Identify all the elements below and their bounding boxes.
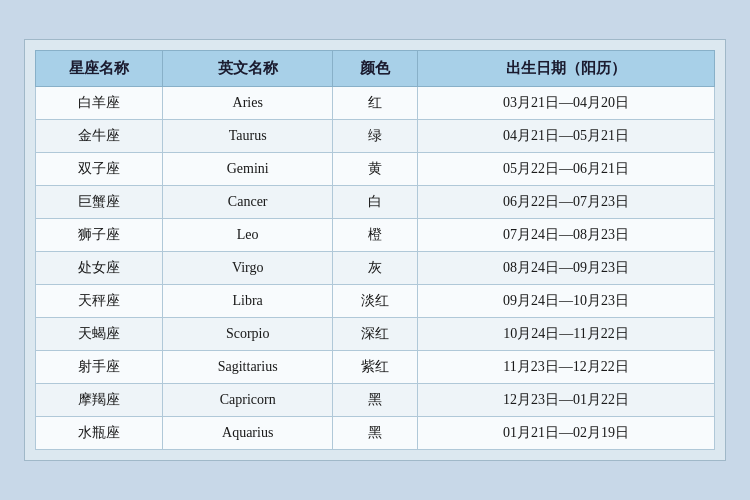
table-row: 金牛座Taurus绿04月21日—05月21日 (36, 120, 715, 153)
table-row: 双子座Gemini黄05月22日—06月21日 (36, 153, 715, 186)
cell-color: 绿 (333, 120, 418, 153)
cell-english: Taurus (163, 120, 333, 153)
cell-chinese: 处女座 (36, 252, 163, 285)
table-body: 白羊座Aries红03月21日—04月20日金牛座Taurus绿04月21日—0… (36, 87, 715, 450)
cell-english: Gemini (163, 153, 333, 186)
table-row: 巨蟹座Cancer白06月22日—07月23日 (36, 186, 715, 219)
cell-chinese: 射手座 (36, 351, 163, 384)
cell-color: 黑 (333, 417, 418, 450)
cell-english: Libra (163, 285, 333, 318)
cell-color: 灰 (333, 252, 418, 285)
table-row: 水瓶座Aquarius黑01月21日—02月19日 (36, 417, 715, 450)
cell-english: Leo (163, 219, 333, 252)
cell-chinese: 水瓶座 (36, 417, 163, 450)
table-row: 处女座Virgo灰08月24日—09月23日 (36, 252, 715, 285)
cell-color: 白 (333, 186, 418, 219)
cell-date: 04月21日—05月21日 (417, 120, 714, 153)
cell-chinese: 金牛座 (36, 120, 163, 153)
header-chinese: 星座名称 (36, 51, 163, 87)
cell-date: 10月24日—11月22日 (417, 318, 714, 351)
zodiac-table-container: 星座名称 英文名称 颜色 出生日期（阳历） 白羊座Aries红03月21日—04… (24, 39, 726, 461)
cell-chinese: 天秤座 (36, 285, 163, 318)
cell-date: 12月23日—01月22日 (417, 384, 714, 417)
table-row: 狮子座Leo橙07月24日—08月23日 (36, 219, 715, 252)
cell-english: Cancer (163, 186, 333, 219)
cell-english: Aquarius (163, 417, 333, 450)
cell-color: 黄 (333, 153, 418, 186)
cell-chinese: 狮子座 (36, 219, 163, 252)
header-date: 出生日期（阳历） (417, 51, 714, 87)
cell-date: 09月24日—10月23日 (417, 285, 714, 318)
cell-chinese: 白羊座 (36, 87, 163, 120)
cell-color: 淡红 (333, 285, 418, 318)
table-header-row: 星座名称 英文名称 颜色 出生日期（阳历） (36, 51, 715, 87)
cell-date: 06月22日—07月23日 (417, 186, 714, 219)
cell-english: Scorpio (163, 318, 333, 351)
cell-chinese: 摩羯座 (36, 384, 163, 417)
cell-date: 05月22日—06月21日 (417, 153, 714, 186)
cell-english: Aries (163, 87, 333, 120)
cell-date: 03月21日—04月20日 (417, 87, 714, 120)
cell-color: 黑 (333, 384, 418, 417)
cell-color: 深红 (333, 318, 418, 351)
cell-date: 01月21日—02月19日 (417, 417, 714, 450)
cell-color: 紫红 (333, 351, 418, 384)
table-row: 天蝎座Scorpio深红10月24日—11月22日 (36, 318, 715, 351)
header-color: 颜色 (333, 51, 418, 87)
cell-chinese: 天蝎座 (36, 318, 163, 351)
cell-english: Sagittarius (163, 351, 333, 384)
cell-color: 红 (333, 87, 418, 120)
cell-chinese: 巨蟹座 (36, 186, 163, 219)
table-row: 摩羯座Capricorn黑12月23日—01月22日 (36, 384, 715, 417)
cell-english: Virgo (163, 252, 333, 285)
cell-date: 07月24日—08月23日 (417, 219, 714, 252)
cell-chinese: 双子座 (36, 153, 163, 186)
cell-date: 08月24日—09月23日 (417, 252, 714, 285)
table-row: 白羊座Aries红03月21日—04月20日 (36, 87, 715, 120)
header-english: 英文名称 (163, 51, 333, 87)
table-row: 天秤座Libra淡红09月24日—10月23日 (36, 285, 715, 318)
table-row: 射手座Sagittarius紫红11月23日—12月22日 (36, 351, 715, 384)
cell-date: 11月23日—12月22日 (417, 351, 714, 384)
cell-color: 橙 (333, 219, 418, 252)
cell-english: Capricorn (163, 384, 333, 417)
zodiac-table: 星座名称 英文名称 颜色 出生日期（阳历） 白羊座Aries红03月21日—04… (35, 50, 715, 450)
